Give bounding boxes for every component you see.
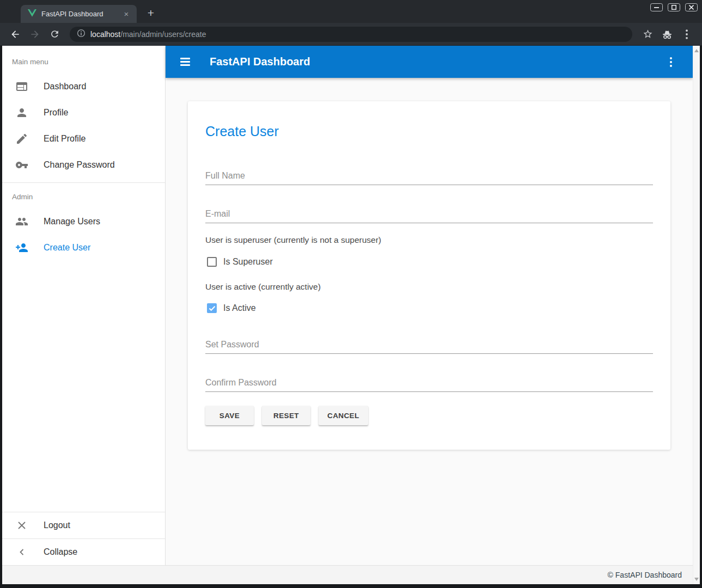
is-superuser-checkbox-row[interactable]: Is Superuser: [205, 257, 653, 267]
forward-button[interactable]: [27, 26, 43, 42]
sidebar-item-logout[interactable]: Logout: [2, 512, 165, 538]
confirm-password-input[interactable]: [205, 377, 653, 392]
person-icon: [15, 106, 28, 119]
page-footer: © FastAPI Dashboard: [2, 565, 700, 584]
tab-strip: FastAPI Dashboard × +: [0, 0, 702, 23]
is-active-label: Is Active: [223, 303, 256, 313]
chevron-left-icon: [15, 546, 28, 559]
browser-window: FastAPI Dashboard × +: [0, 0, 702, 588]
form-buttons: SAVE RESET CANCEL: [205, 406, 653, 425]
sidebar-item-dashboard[interactable]: Dashboard: [2, 74, 165, 100]
key-icon: [15, 158, 28, 171]
page-title: Create User: [205, 123, 653, 139]
url-path: /main/admin/users/create: [120, 30, 206, 39]
full-name-input[interactable]: [205, 170, 653, 185]
sidebar-item-profile[interactable]: Profile: [2, 100, 165, 126]
browser-toolbar: localhost/main/admin/users/create: [0, 23, 702, 46]
superuser-hint: User is superuser (currently is not a su…: [205, 235, 653, 245]
create-user-card: Create User User is superuser (currently…: [188, 101, 670, 450]
email-field-wrap: [205, 208, 653, 223]
vue-logo-icon: [28, 9, 36, 19]
app-bar: FastAPI Dashboard: [166, 46, 693, 78]
set-password-field-wrap: [205, 339, 653, 354]
active-hint: User is active (currently active): [205, 282, 653, 292]
app-menu-icon[interactable]: [668, 55, 674, 69]
browser-menu-icon[interactable]: [679, 26, 695, 42]
sidebar-item-label: Profile: [44, 108, 68, 118]
incognito-icon: [659, 26, 675, 42]
sidebar-item-create-user[interactable]: Create User: [2, 235, 165, 261]
new-tab-button[interactable]: +: [144, 6, 158, 20]
copyright-text: © FastAPI Dashboard: [608, 571, 682, 579]
window-minimize-button[interactable]: [650, 3, 663, 11]
reload-button[interactable]: [46, 26, 63, 42]
app-title: FastAPI Dashboard: [210, 56, 668, 68]
sidebar-divider: [2, 182, 165, 183]
scrollbar-down-icon[interactable]: [694, 578, 699, 581]
sidebar-item-manage-users[interactable]: Manage Users: [2, 209, 165, 235]
reset-button[interactable]: RESET: [262, 406, 310, 425]
pencil-icon: [15, 132, 28, 145]
sidebar-item-change-password[interactable]: Change Password: [2, 152, 165, 178]
sidebar-item-label: Change Password: [44, 160, 115, 170]
set-password-input[interactable]: [205, 339, 653, 354]
is-superuser-label: Is Superuser: [223, 257, 273, 267]
sidebar-item-collapse[interactable]: Collapse: [2, 539, 165, 565]
sidebar-item-label: Create User: [44, 243, 90, 253]
sidebar-item-label: Logout: [44, 520, 70, 530]
people-icon: [15, 215, 28, 228]
hamburger-menu-icon[interactable]: [180, 58, 190, 66]
page-info-icon[interactable]: [77, 29, 86, 40]
sidebar-item-label: Edit Profile: [44, 134, 86, 144]
sidebar-header-main-menu: Main menu: [12, 58, 165, 66]
confirm-password-field-wrap: [205, 377, 653, 392]
main-area: FastAPI Dashboard Create User User is su…: [166, 46, 693, 565]
browser-tab[interactable]: FastAPI Dashboard ×: [21, 5, 137, 23]
email-input[interactable]: [205, 208, 653, 223]
address-bar[interactable]: localhost/main/admin/users/create: [70, 27, 632, 42]
content-area: Create User User is superuser (currently…: [166, 78, 693, 565]
save-button[interactable]: SAVE: [205, 406, 254, 425]
window-close-button[interactable]: [685, 3, 698, 11]
bookmark-star-icon[interactable]: [639, 26, 656, 42]
sidebar-item-label: Manage Users: [44, 217, 100, 226]
person-add-icon: [15, 241, 28, 254]
page-viewport: Main menu Dashboard Profile: [2, 46, 700, 584]
window-maximize-button[interactable]: [668, 3, 680, 11]
tab-close-icon[interactable]: ×: [121, 9, 131, 19]
close-icon: [15, 519, 28, 532]
sidebar-header-admin: Admin: [12, 193, 165, 201]
is-active-checkbox-row[interactable]: Is Active: [205, 303, 653, 313]
checkbox-unchecked-icon[interactable]: [207, 257, 217, 267]
sidebar-bottom: Logout Collapse: [2, 512, 165, 565]
dashboard-icon: [15, 80, 28, 93]
window-controls: [650, 3, 698, 11]
scrollbar-up-icon[interactable]: [694, 49, 699, 52]
full-name-field-wrap: [205, 170, 653, 185]
sidebar-item-edit-profile[interactable]: Edit Profile: [2, 126, 165, 152]
sidebar: Main menu Dashboard Profile: [2, 46, 166, 565]
sidebar-item-label: Collapse: [44, 547, 77, 557]
cancel-button[interactable]: CANCEL: [319, 406, 368, 425]
page-scrollbar[interactable]: [693, 46, 700, 584]
tab-title: FastAPI Dashboard: [41, 10, 121, 18]
sidebar-item-label: Dashboard: [44, 82, 86, 91]
url-host: localhost: [90, 30, 120, 39]
back-button[interactable]: [7, 26, 23, 42]
checkbox-checked-icon[interactable]: [207, 303, 217, 313]
